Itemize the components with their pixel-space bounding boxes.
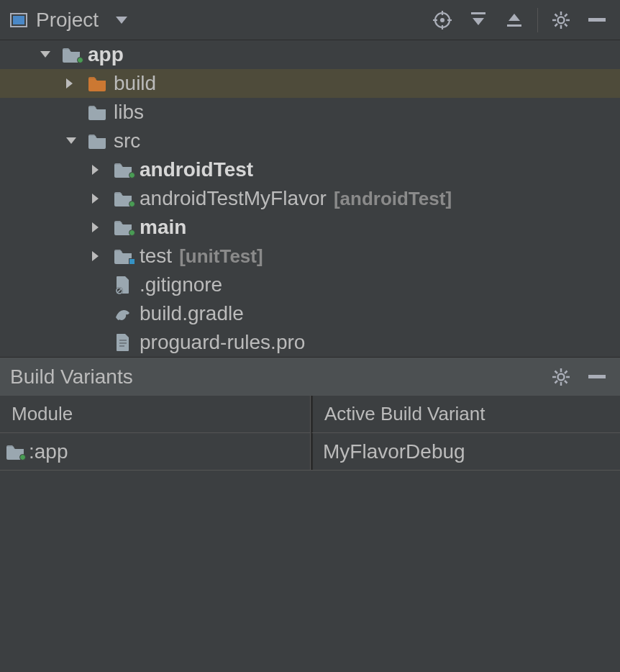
tree-item[interactable]: src [0,127,620,155]
svg-marker-26 [92,222,99,232]
module-folder-icon [60,47,82,63]
svg-line-17 [565,24,567,27]
svg-rect-43 [588,375,606,378]
chevron-right-icon[interactable] [66,78,81,88]
tree-item-hint: [unitTest] [179,245,263,268]
panel-title: Project [36,9,99,32]
build-variants-title: Build Variants [10,365,133,389]
gear-icon[interactable] [548,7,574,33]
variant-name: MyFlavorDebug [323,440,465,463]
svg-point-11 [558,17,565,23]
svg-marker-25 [92,194,99,204]
svg-marker-9 [509,14,520,21]
svg-marker-27 [92,251,99,261]
build-variant-row[interactable]: :appMyFlavorDebug [0,433,620,471]
toolbar-divider [537,8,538,32]
svg-marker-8 [473,18,484,25]
module-folder-icon [112,248,134,264]
gradle-icon [112,306,134,322]
chevron-right-icon[interactable] [92,251,106,261]
chevron-down-icon[interactable] [66,137,81,145]
folder-icon [86,104,108,120]
svg-rect-32 [119,342,127,344]
svg-point-34 [558,373,565,380]
build-variants-rows: :appMyFlavorDebug [0,433,620,471]
tree-item-label: build.gradle [140,302,244,325]
tree-item-label: build [114,72,156,95]
tree-item[interactable]: androidTest [0,155,620,184]
locate-icon[interactable] [429,7,455,33]
file-ignored-icon [112,276,134,294]
svg-rect-31 [119,340,127,341]
tree-item-label: androidTestMyFlavor [140,187,327,210]
folder-excluded-icon [86,76,108,91]
svg-line-40 [565,381,567,383]
file-icon [112,333,134,352]
view-mode-dropdown[interactable] [109,7,135,33]
chevron-right-icon[interactable] [92,222,106,232]
chevron-down-icon[interactable] [40,51,55,58]
chevron-right-icon[interactable] [92,194,106,204]
tree-item-label: main [140,216,186,239]
svg-point-6 [440,18,445,22]
tree-item[interactable]: main [0,213,620,242]
tree-item[interactable]: build.gradle [0,299,620,328]
tree-item[interactable]: build [0,69,620,98]
svg-rect-20 [588,18,606,22]
svg-line-18 [565,14,567,17]
module-folder-icon [112,191,134,206]
column-header-module[interactable]: Module [0,396,311,433]
collapse-all-icon[interactable] [501,7,527,33]
tree-item-hint: [androidTest] [334,188,452,210]
tree-item-label: androidTest [140,158,253,181]
svg-marker-0 [116,17,127,24]
tree-item-label: proguard-rules.pro [140,331,305,354]
module-name: :app [29,440,68,463]
svg-line-16 [555,14,558,17]
project-panel-toolbar: Project [0,0,620,40]
tree-item[interactable]: test[unitTest] [0,242,620,271]
tree-item[interactable]: proguard-rules.pro [0,328,620,357]
hide-icon[interactable] [584,364,610,390]
module-cell[interactable]: :app [0,433,311,470]
tree-item-label: src [114,130,140,153]
build-variants-columns: Module Active Build Variant [0,396,620,433]
project-tree[interactable]: appbuildlibssrcandroidTestandroidTestMyF… [0,40,620,357]
tree-item[interactable]: .gitignore [0,271,620,299]
project-view-icon [10,13,27,27]
svg-line-42 [555,381,558,383]
svg-marker-24 [92,165,99,175]
svg-marker-21 [40,51,50,58]
svg-marker-23 [66,137,76,144]
module-folder-icon [6,444,24,460]
chevron-right-icon[interactable] [92,165,106,175]
tree-item-label: app [88,43,124,66]
svg-line-41 [565,371,567,373]
gear-icon[interactable] [548,364,574,390]
svg-rect-33 [119,345,124,347]
column-header-variant[interactable]: Active Build Variant [311,396,620,433]
module-folder-icon [112,162,134,178]
tree-item[interactable]: app [0,40,620,69]
svg-line-19 [555,24,558,27]
variant-cell[interactable]: MyFlavorDebug [311,433,620,470]
folder-icon [86,133,108,149]
hide-icon[interactable] [584,7,610,33]
build-variants-empty-area [0,471,620,672]
tree-item[interactable]: androidTestMyFlavor[androidTest] [0,184,620,213]
svg-marker-22 [66,78,73,88]
module-folder-icon [112,219,134,235]
build-variants-header: Build Variants [0,357,620,396]
tree-item-label: .gitignore [140,273,222,296]
tree-item-label: libs [114,101,144,124]
svg-rect-7 [471,12,485,14]
tree-item[interactable]: libs [0,98,620,127]
tree-item-label: test [140,245,172,268]
expand-all-icon[interactable] [465,7,491,33]
svg-rect-10 [507,24,521,27]
svg-line-39 [555,371,558,373]
